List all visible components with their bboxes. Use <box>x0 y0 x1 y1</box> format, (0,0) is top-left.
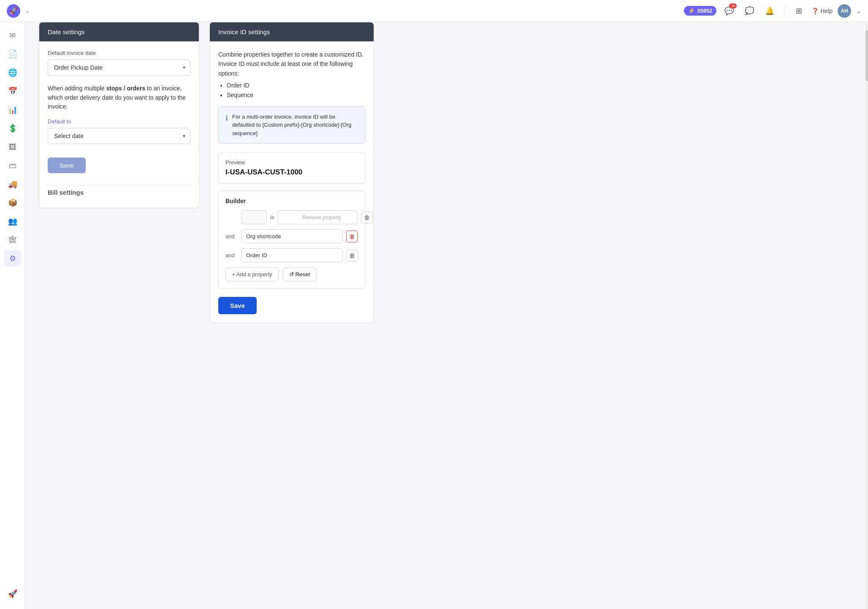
builder-row-2-prefix: and <box>225 233 238 239</box>
select-date-select[interactable]: Select date <box>48 128 190 144</box>
sidebar-item-globe[interactable]: 🌐 <box>4 64 21 81</box>
sidebar-item-network[interactable]: 🕸 <box>4 231 21 248</box>
invoice-date-select-wrapper: Order Pickup Date ▾ <box>48 60 190 76</box>
trash-icon-2: 🗑 <box>349 233 355 240</box>
topbar-divider <box>784 6 784 16</box>
apps-button[interactable]: ⊞ <box>791 3 806 19</box>
sidebar-item-docs[interactable]: 📄 <box>4 46 21 63</box>
messages-button[interactable]: 💬 38 <box>722 3 737 19</box>
help-circle-icon: ❓ <box>811 8 819 14</box>
chat-icon: 💭 <box>745 6 754 16</box>
date-settings-title: Date settings <box>48 28 85 35</box>
add-property-button[interactable]: + Add a property <box>225 267 279 281</box>
bill-settings-hint: Bill settings <box>48 185 190 199</box>
trash-icon-1: 🗑 <box>364 214 370 221</box>
scrollbar-thumb[interactable] <box>865 30 868 81</box>
sidebar-item-calendar[interactable]: 📅 <box>4 83 21 100</box>
rocket-icon: 🚀 <box>8 589 17 598</box>
builder-row-1-input-left[interactable] <box>241 210 267 224</box>
truck-icon: 🚚 <box>8 179 17 189</box>
sidebar-item-people[interactable]: 👥 <box>4 213 21 230</box>
multi-stop-description: When adding multiple stops / orders to a… <box>48 84 190 111</box>
builder-label: Builder <box>225 198 358 204</box>
inbox-icon: ✉ <box>9 31 16 40</box>
invoice-date-label: Default invoice date <box>48 50 190 56</box>
builder-row-2-delete-button[interactable]: 🗑 <box>346 231 358 242</box>
scrollbar-track[interactable] <box>865 22 868 609</box>
storage-icon: 🗃 <box>9 161 16 170</box>
panels-container: Date settings Default invoice date Order… <box>39 22 419 609</box>
sidebar-item-rocket[interactable]: 🚀 <box>4 585 21 602</box>
sidebar: ✉ 📄 🌐 📅 📊 💲 🖼 🗃 🚚 📦 👥 🕸 ⚙ 🚀 <box>0 22 25 609</box>
main-content: Date settings Default invoice date Order… <box>25 22 868 609</box>
date-settings-header: Date settings <box>39 22 199 41</box>
sidebar-item-settings[interactable]: ⚙ <box>4 250 21 267</box>
option-order-id: Order ID <box>227 81 365 90</box>
preview-value: I-USA-USA-CUST-1000 <box>225 168 358 177</box>
date-settings-body: Default invoice date Order Pickup Date ▾… <box>39 41 199 208</box>
avatar-chevron-icon[interactable]: ⌄ <box>856 8 861 14</box>
messages-badge: 38 <box>729 3 737 8</box>
topbar-chevron-icon[interactable]: ⌄ <box>25 8 30 14</box>
info-circle-icon: ℹ <box>225 113 228 138</box>
builder-row-3-input[interactable] <box>241 248 343 262</box>
builder-row-3: and 🗑 <box>225 248 358 262</box>
builder-row-2-input[interactable] <box>241 229 343 243</box>
builder-row-1: is Remove property 🗑 <box>225 210 358 224</box>
sidebar-item-truck[interactable]: 🚚 <box>4 176 21 193</box>
notifications-button[interactable]: 🔔 <box>762 3 777 19</box>
sidebar-item-image[interactable]: 🖼 <box>4 139 21 155</box>
date-settings-panel: Date settings Default invoice date Order… <box>39 22 199 208</box>
topbar: 🚀 ⌄ ⚡ 35852 💬 38 💭 🔔 ⊞ ❓ Help AH ⌄ <box>0 0 868 22</box>
sidebar-item-packages[interactable]: 📦 <box>4 194 21 211</box>
people-icon: 👥 <box>8 217 17 226</box>
calendar-icon: 📅 <box>8 87 17 96</box>
sidebar-bottom: 🚀 <box>4 585 21 604</box>
points-badge[interactable]: ⚡ 35852 <box>684 6 716 16</box>
builder-row-1-delete-button[interactable]: 🗑 <box>361 212 373 223</box>
points-value: 35852 <box>697 8 712 14</box>
sidebar-item-chart[interactable]: 📊 <box>4 101 21 118</box>
help-label: Help <box>820 8 833 14</box>
default-to-label: Default to <box>48 118 190 125</box>
settings-icon: ⚙ <box>9 254 16 263</box>
reset-button[interactable]: ↺ Reset <box>283 267 317 281</box>
preview-section: Preview I-USA-USA-CUST-1000 <box>218 152 365 184</box>
option-sequence: Sequence <box>227 90 365 100</box>
builder-row-1-is-text: is <box>270 214 274 220</box>
sidebar-item-dollar[interactable]: 💲 <box>4 120 21 137</box>
app-logo[interactable]: 🚀 <box>7 4 20 18</box>
network-icon: 🕸 <box>9 236 16 245</box>
info-text: For a multi-order invoice, invoice ID wi… <box>232 113 358 138</box>
chart-icon: 📊 <box>8 105 17 114</box>
invoice-id-settings-body: Combine properties together to create a … <box>210 41 374 323</box>
user-avatar[interactable]: AH <box>838 4 851 18</box>
docs-icon: 📄 <box>8 49 17 59</box>
chat-button[interactable]: 💭 <box>742 3 757 19</box>
invoice-id-save-button[interactable]: Save <box>218 297 257 314</box>
invoice-date-select[interactable]: Order Pickup Date <box>48 60 190 76</box>
description-text: Combine properties together to create a … <box>218 51 363 77</box>
lightning-icon: ⚡ <box>688 8 695 14</box>
invoice-id-settings-panel: Invoice ID settings Combine properties t… <box>209 22 374 323</box>
options-list: Order ID Sequence <box>218 81 365 100</box>
builder-row-3-prefix: and <box>225 252 238 258</box>
sidebar-item-inbox[interactable]: ✉ <box>4 27 21 44</box>
info-box: ℹ For a multi-order invoice, invoice ID … <box>218 106 365 144</box>
trash-icon-3: 🗑 <box>349 252 355 259</box>
builder-row-3-delete-button[interactable]: 🗑 <box>346 250 358 261</box>
builder-section: Builder is Remove property 🗑 <box>218 190 365 288</box>
select-date-wrapper: Select date ▾ <box>48 128 190 144</box>
invoice-id-description: Combine properties together to create a … <box>218 50 365 100</box>
image-icon: 🖼 <box>9 143 16 152</box>
dollar-icon: 💲 <box>8 124 17 133</box>
grid-icon: ⊞ <box>796 6 802 16</box>
builder-actions: + Add a property ↺ Reset <box>225 267 358 281</box>
globe-icon: 🌐 <box>8 68 17 77</box>
sidebar-item-storage[interactable]: 🗃 <box>4 157 21 174</box>
invoice-id-settings-title: Invoice ID settings <box>218 28 270 35</box>
date-settings-save-button[interactable]: Save <box>48 158 86 173</box>
help-button[interactable]: ❓ Help <box>811 8 833 14</box>
invoice-id-settings-header: Invoice ID settings <box>210 22 374 41</box>
remove-property-hint: Remove property <box>302 215 341 220</box>
